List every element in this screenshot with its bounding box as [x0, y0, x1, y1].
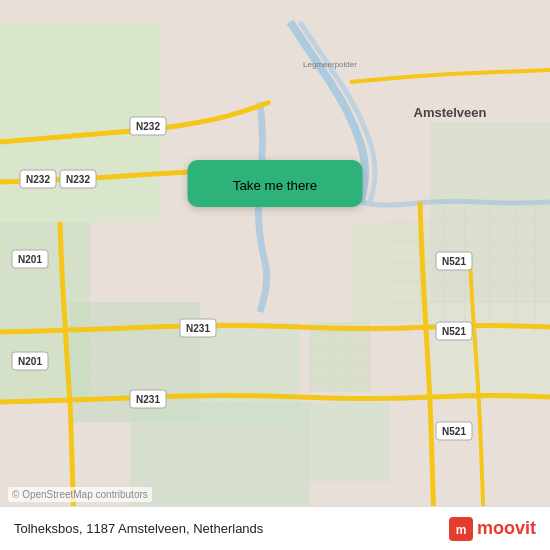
svg-rect-8	[350, 222, 430, 322]
svg-text:N201: N201	[18, 254, 42, 265]
svg-text:N232: N232	[26, 174, 50, 185]
n521-mid-badge: N521	[436, 322, 472, 340]
svg-text:N521: N521	[442, 256, 466, 267]
amstelveen-label: Amstelveen	[414, 105, 487, 120]
n521-lower-badge: N521	[436, 422, 472, 440]
svg-text:N231: N231	[136, 394, 160, 405]
take-me-there-button[interactable]: Take me there	[188, 160, 363, 207]
svg-text:N521: N521	[442, 326, 466, 337]
moovit-logo: m moovit	[449, 517, 536, 541]
n231-bottom-badge: N231	[130, 390, 166, 408]
svg-text:N521: N521	[442, 426, 466, 437]
n201-upper-badge: N201	[12, 250, 48, 268]
svg-text:N201: N201	[18, 356, 42, 367]
svg-rect-6	[310, 402, 390, 482]
n521-upper-badge: N521	[436, 252, 472, 270]
n231-mid-badge: N231	[180, 319, 216, 337]
location-label: Tolheksbos, 1187 Amstelveen, Netherlands	[14, 521, 449, 536]
moovit-logo-text: moovit	[477, 518, 536, 539]
map-background: N232 N232 N232 N201 N201 N231 N231	[0, 0, 550, 550]
svg-rect-7	[310, 322, 370, 392]
copyright-text: © OpenStreetMap contributors	[8, 487, 152, 502]
bottom-bar: Tolheksbos, 1187 Amstelveen, Netherlands…	[0, 506, 550, 550]
n232-mid-badge: N232	[60, 170, 96, 188]
map-container: N232 N232 N232 N201 N201 N231 N231	[0, 0, 550, 550]
svg-text:m: m	[456, 523, 467, 537]
moovit-icon: m	[449, 517, 473, 541]
svg-text:N232: N232	[66, 174, 90, 185]
n232-top-badge: N232	[130, 117, 166, 135]
svg-text:N232: N232	[136, 121, 160, 132]
svg-text:N231: N231	[186, 323, 210, 334]
n201-lower-badge: N201	[12, 352, 48, 370]
svg-text:Legmeerpolder: Legmeerpolder	[303, 60, 357, 69]
n232-bottom-badge: N232	[20, 170, 56, 188]
